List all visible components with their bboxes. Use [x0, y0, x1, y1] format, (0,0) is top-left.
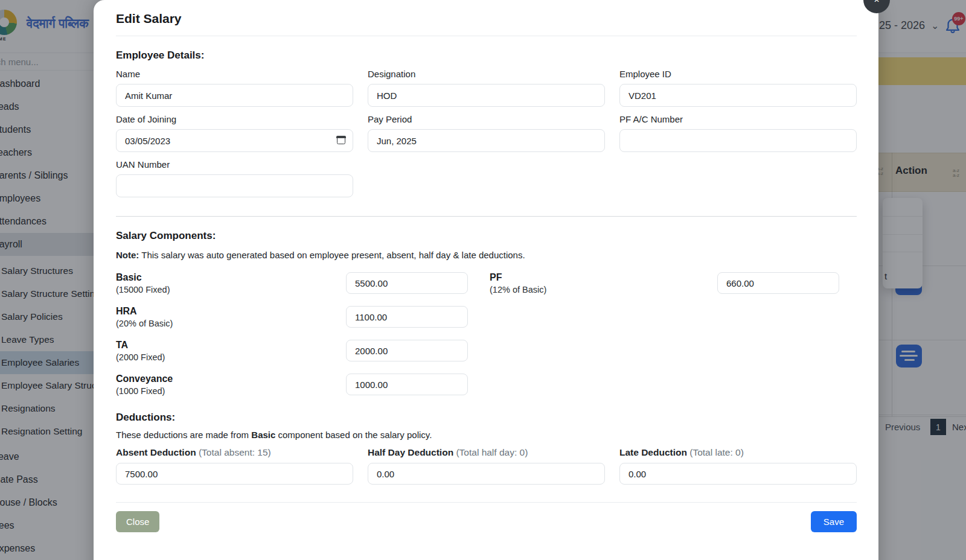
close-button[interactable]: Close — [116, 511, 159, 532]
modal-footer: Close Save — [116, 502, 857, 532]
uan-number-label: UAN Number — [116, 159, 353, 170]
date-of-joining-input[interactable] — [116, 129, 353, 152]
half-day-deduction-field-group: Half Day Deduction (Total half day: 0) — [368, 440, 605, 485]
date-of-joining-field-group: Date of Joining — [116, 107, 353, 152]
deductions-heading: Deductions: — [116, 412, 857, 424]
edit-salary-modal: ✕ Edit Salary Employee Details: Name Des… — [94, 0, 878, 560]
half-day-deduction-input[interactable] — [368, 463, 605, 485]
absent-deduction-input[interactable] — [116, 463, 353, 485]
ta-input[interactable] — [346, 340, 468, 361]
late-deduction-label: Late Deduction (Total late: 0) — [619, 447, 857, 458]
note-label: Note: — [116, 250, 139, 260]
uan-number-field-group: UAN Number — [116, 152, 353, 197]
half-day-deduction-label: Half Day Deduction (Total half day: 0) — [368, 447, 605, 458]
designation-field-group: Designation — [368, 62, 605, 107]
pay-period-input[interactable] — [368, 129, 605, 152]
conveyance-component-label: Conveyance (1000 Fixed) — [116, 374, 346, 396]
pay-period-field-group: Pay Period — [368, 107, 605, 152]
basic-input[interactable] — [346, 272, 468, 294]
salary-note: Note: This salary was auto generated bas… — [116, 250, 857, 260]
pf-ac-number-label: PF A/C Number — [619, 114, 857, 124]
salary-components-grid: Basic (15000 Fixed) PF (12% of Basic) HR… — [116, 272, 857, 396]
absent-deduction-label: Absent Deduction (Total absent: 15) — [116, 447, 353, 458]
employee-id-input[interactable] — [619, 84, 857, 107]
ta-component-label: TA (2000 Fixed) — [116, 340, 346, 362]
divider — [116, 216, 857, 217]
modal-title: Edit Salary — [116, 0, 857, 26]
date-of-joining-label: Date of Joining — [116, 114, 353, 124]
calendar-icon[interactable] — [337, 136, 345, 144]
designation-input[interactable] — [368, 84, 605, 107]
divider — [116, 36, 857, 36]
designation-label: Designation — [368, 69, 605, 79]
pf-ac-number-input[interactable] — [619, 129, 857, 152]
employee-details-grid: Name Designation Employee ID Date of Joi… — [116, 62, 857, 197]
name-input[interactable] — [116, 84, 353, 107]
pf-component-label: PF (12% of Basic) — [468, 272, 717, 294]
conveyance-input[interactable] — [346, 374, 468, 395]
late-deduction-input[interactable] — [619, 463, 857, 485]
deductions-grid: Absent Deduction (Total absent: 15) Half… — [116, 440, 857, 485]
pf-input[interactable] — [717, 272, 839, 294]
deductions-description: These deductions are made from Basic com… — [116, 430, 857, 440]
pf-ac-number-field-group: PF A/C Number — [619, 107, 857, 152]
name-field-group: Name — [116, 62, 353, 107]
basic-component-label: Basic (15000 Fixed) — [116, 272, 346, 294]
absent-deduction-field-group: Absent Deduction (Total absent: 15) — [116, 440, 353, 485]
save-button[interactable]: Save — [811, 511, 857, 532]
employee-details-heading: Employee Details: — [116, 49, 857, 62]
uan-number-input[interactable] — [116, 174, 353, 197]
name-label: Name — [116, 69, 353, 79]
employee-id-label: Employee ID — [619, 69, 857, 79]
late-deduction-field-group: Late Deduction (Total late: 0) — [619, 440, 857, 485]
hra-input[interactable] — [346, 306, 468, 328]
salary-components-heading: Salary Components: — [116, 230, 857, 242]
hra-component-label: HRA (20% of Basic) — [116, 306, 346, 328]
pay-period-label: Pay Period — [368, 114, 605, 124]
employee-id-field-group: Employee ID — [619, 62, 857, 107]
